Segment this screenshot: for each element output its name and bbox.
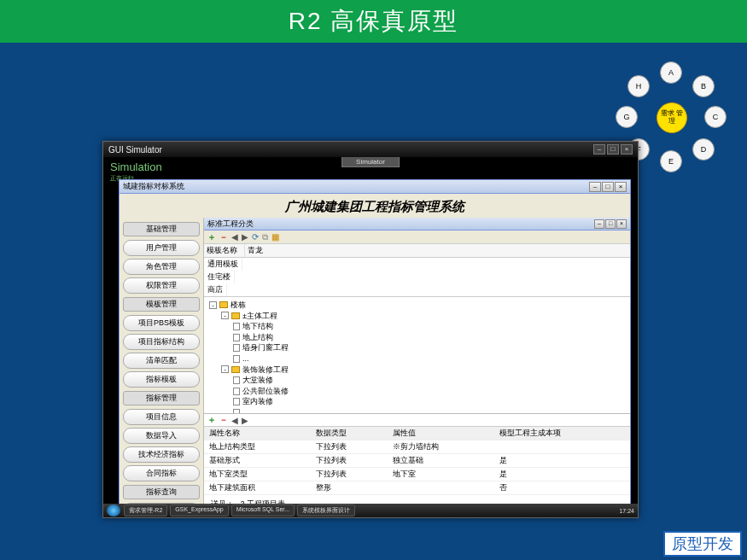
tree-node[interactable]: ... <box>209 353 625 365</box>
outer-window-title: GUI Simulator <box>108 145 162 155</box>
sidebar-item[interactable]: 清单匹配 <box>123 353 200 369</box>
add-icon[interactable]: ＋ <box>207 231 216 243</box>
inner-titlebar[interactable]: 城建指标对标系统 – □ × <box>120 180 630 194</box>
tree-node[interactable]: 室内装修 <box>209 396 625 407</box>
tree-node[interactable]: 公共部位装修 <box>209 386 625 397</box>
tree-node[interactable]: 墙身门窗工程 <box>209 342 625 353</box>
prev-icon[interactable]: ◀ <box>231 416 238 425</box>
file-icon <box>233 376 240 384</box>
sidebar-item[interactable]: 指标模板 <box>123 371 200 388</box>
folder-icon <box>231 366 240 373</box>
refresh-icon[interactable]: ⟳ <box>252 232 259 242</box>
next-icon[interactable]: ▶ <box>242 232 248 242</box>
inner-window-title: 城建指标对标系统 <box>123 181 184 192</box>
tree-label: 地下结构 <box>242 321 273 332</box>
tree-node[interactable]: 地下结构 <box>209 321 625 332</box>
table-row[interactable]: 地上结构类型下拉列表※剪力墙结构 <box>204 440 630 454</box>
file-icon <box>233 398 240 405</box>
filter-value[interactable]: 青龙 <box>245 244 630 257</box>
maximize-icon[interactable]: □ <box>605 219 616 229</box>
remove-icon[interactable]: － <box>219 231 228 243</box>
tree-view[interactable]: -楼栋-±主体工程地下结构地上结构墙身门窗工程...-装饰装修工程大堂装修公共部… <box>204 297 630 414</box>
taskbar[interactable]: 需求管理-R2GSK_ExpressAppMicrosoft SQL Ser..… <box>103 504 638 517</box>
close-icon[interactable]: × <box>616 219 627 229</box>
tree-node[interactable]: ... <box>209 407 625 414</box>
tree-label: 室内装修 <box>242 396 273 407</box>
close-icon[interactable]: × <box>615 182 627 192</box>
tree-node[interactable]: 大堂装修 <box>209 375 625 386</box>
add-icon[interactable]: ＋ <box>207 414 216 426</box>
criteria-2[interactable]: 商店 <box>204 283 227 296</box>
sidebar-item[interactable]: 项目指标结构 <box>123 334 200 350</box>
clock: 17:24 <box>619 508 634 514</box>
table-row[interactable]: 基础形式下拉列表独立基础是 <box>204 454 630 468</box>
taskbar-item[interactable]: GSK_ExpressApp <box>170 505 228 516</box>
table-row[interactable]: 地下室类型下拉列表地下室是 <box>204 468 630 481</box>
mindmap-node-c: C <box>704 106 727 128</box>
remove-icon[interactable]: － <box>219 414 228 426</box>
sidebar-group: 指标管理 <box>123 391 200 405</box>
mindmap-node-d: D <box>692 138 715 160</box>
simulator-tab[interactable]: Simulator <box>341 157 400 167</box>
criteria-0[interactable]: 通用模板 <box>204 258 242 271</box>
next-icon[interactable]: ▶ <box>242 416 248 425</box>
sidebar-item[interactable]: 技术经济指标 <box>123 446 200 463</box>
sidebar-item[interactable]: 项目信息 <box>123 409 200 425</box>
tree-label: 装饰装修工程 <box>242 365 289 376</box>
tree-label: ... <box>242 407 249 414</box>
tree-node[interactable]: -±主体工程 <box>209 311 625 322</box>
taskbar-item[interactable]: 需求管理-R2 <box>124 505 167 516</box>
sidebar-item[interactable]: 角色管理 <box>123 259 200 275</box>
action-icon[interactable]: ▦ <box>271 232 279 242</box>
minimize-icon[interactable]: – <box>589 182 601 192</box>
column-header[interactable]: 数据类型 <box>311 427 388 440</box>
column-header[interactable]: 模型工程主成本项 <box>494 427 630 440</box>
sidebar-group: 模板管理 <box>123 297 200 312</box>
column-header[interactable]: 属性名称 <box>204 427 311 440</box>
expand-icon[interactable]: - <box>209 301 217 309</box>
copy-icon[interactable]: ⧉ <box>262 232 268 242</box>
sidebar-item[interactable]: 数据导入 <box>123 428 200 444</box>
criteria-row: 通用模板 <box>204 258 630 271</box>
footer-label: 原型开发 <box>663 531 742 557</box>
simulator-window: GUI Simulator – □ × Simulation 正在运行 Simu… <box>102 141 639 518</box>
mindmap-node-g: G <box>616 106 638 128</box>
sidebar-item[interactable]: 权限管理 <box>123 277 200 294</box>
minimize-icon[interactable]: – <box>593 144 605 155</box>
column-header[interactable]: 属性值 <box>388 427 494 440</box>
mindmap-center: 需求 管理 <box>657 102 687 133</box>
app-inner-window: 城建指标对标系统 – □ × 广州城建集团工程指标管理系统 基础管理用户管理角色… <box>119 179 631 510</box>
panel-titlebar[interactable]: 标准工程分类 – □ × <box>204 218 630 230</box>
properties-table[interactable]: 属性名称数据类型属性值模型工程主成本项 地上结构类型下拉列表※剪力墙结构基础形式… <box>204 427 630 495</box>
taskbar-item[interactable]: 系统模板界面设计 <box>297 505 355 516</box>
taskbar-item[interactable]: Microsoft SQL Ser... <box>231 505 295 516</box>
maximize-icon[interactable]: □ <box>602 182 614 192</box>
sidebar-item[interactable]: 用户管理 <box>123 240 200 256</box>
tree-label: ... <box>242 353 249 365</box>
sidebar-item[interactable]: 合同指标 <box>123 465 200 481</box>
props-toolbar: ＋ － ◀ ▶ <box>204 414 630 427</box>
sidebar-item[interactable]: 项目PBS模板 <box>123 315 200 331</box>
expand-icon[interactable]: - <box>221 365 229 373</box>
tree-label: 墙身门窗工程 <box>242 342 289 353</box>
expand-icon[interactable]: - <box>221 312 229 319</box>
top-toolbar: ＋ － ◀ ▶ ⟳ ⧉ ▦ <box>204 230 630 244</box>
tree-node[interactable]: -装饰装修工程 <box>209 365 625 376</box>
table-row[interactable]: 地下建筑面积整形否 <box>204 481 630 495</box>
mindmap-node-e: E <box>660 150 682 172</box>
tree-node[interactable]: -楼栋 <box>209 300 625 311</box>
folder-icon <box>231 312 240 319</box>
outer-titlebar[interactable]: GUI Simulator – □ × <box>103 142 638 157</box>
sidebar-group: 指标查询 <box>123 485 200 499</box>
tree-label: 地上结构 <box>242 332 273 343</box>
tree-node[interactable]: 地上结构 <box>209 332 625 343</box>
minimize-icon[interactable]: – <box>594 219 604 229</box>
slide-title: R2 高保真原型 <box>0 0 747 43</box>
maximize-icon[interactable]: □ <box>607 144 619 155</box>
criteria-1[interactable]: 住宅楼 <box>204 271 235 283</box>
close-icon[interactable]: × <box>621 144 633 155</box>
mindmap-node-a: A <box>660 61 682 84</box>
prev-icon[interactable]: ◀ <box>231 232 238 242</box>
simulation-label: Simulation <box>110 160 162 173</box>
start-button[interactable] <box>107 505 120 516</box>
